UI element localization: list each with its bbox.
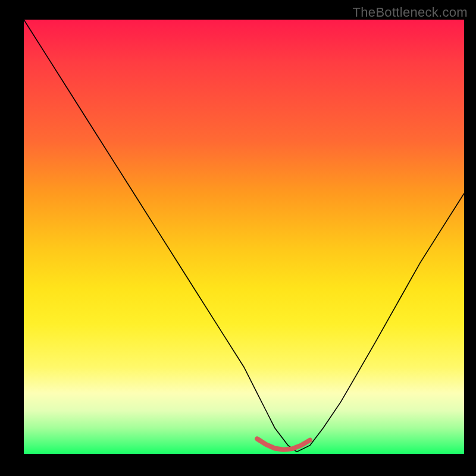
chart-frame: TheBottleneck.com (0, 0, 476, 476)
valley-highlight-stroke (257, 439, 310, 450)
plot-area (24, 20, 464, 454)
curve-left-branch (24, 20, 297, 452)
watermark-text: TheBottleneck.com (353, 5, 468, 20)
curve-right-branch (297, 193, 464, 452)
curve-layer (24, 20, 464, 454)
